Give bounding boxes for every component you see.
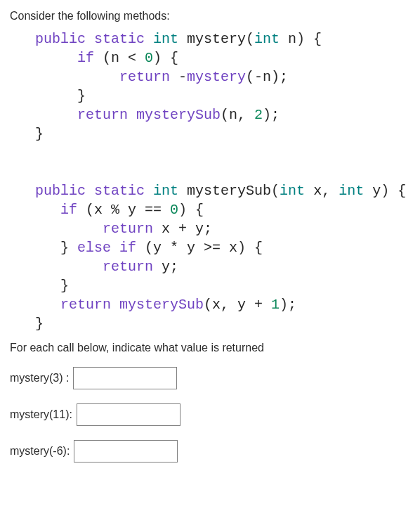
code-plain: ( [271,183,280,199]
code-plain: ) { [178,202,204,218]
answer-label: mystery(11): [10,408,72,421]
answer-label: mystery(-6): [10,445,70,458]
answer-label: mystery(3) : [10,372,69,384]
code-plain: ); [280,297,296,313]
code-plain: (y * y >= x) { [136,240,263,256]
code-call: mystery [187,69,246,85]
code-keyword: public static [35,31,153,47]
code-keyword: return [60,297,111,313]
prompt-text: For each call below, indicate what value… [10,342,410,354]
code-brace: } [60,278,69,294]
code-brace: } [77,88,86,104]
code-type: int [280,183,305,199]
code-brace: } [35,316,44,332]
code-type: int [153,183,178,199]
answer-row-1: mystery(3) : [10,367,410,389]
code-keyword: return [77,107,128,123]
code-number: 1 [271,297,280,313]
code-plain: - [170,69,187,85]
code-plain: (n, [221,107,254,123]
code-plain: ) { [153,50,178,66]
code-plain: (n < [94,50,145,66]
code-number: 2 [254,107,263,123]
code-type: int [339,183,364,199]
code-plain: ( [246,31,254,47]
code-plain: n) { [280,31,322,47]
code-brace: } [60,240,69,256]
code-keyword: public static [35,183,153,199]
code-fn-name: mysterySub [178,183,271,199]
code-call: mysterySub [111,297,204,313]
code-keyword: if [60,202,77,218]
code-keyword: else if [69,240,136,256]
code-type: int [153,31,178,47]
code-fn-name: mystery [178,31,246,47]
code-plain: (x % y == [77,202,170,218]
code-call: mysterySub [128,107,221,123]
code-number: 0 [145,50,153,66]
answer-input-1[interactable] [73,367,177,389]
code-plain: (-n); [246,69,288,85]
code-plain: y; [153,259,178,275]
code-plain: y) { [364,183,406,199]
answer-row-3: mystery(-6): [10,440,410,463]
code-plain: (x, y + [204,297,271,313]
answer-row-2: mystery(11): [10,403,410,426]
code-number: 0 [170,202,178,218]
code-block: public static int mystery(int n) { if (n… [10,30,410,333]
answer-input-3[interactable] [74,440,178,463]
code-plain: ); [263,107,280,123]
answer-input-2[interactable] [77,403,181,426]
code-type: int [254,31,280,47]
code-keyword: if [77,50,94,66]
code-plain: x, [305,183,339,199]
intro-text: Consider the following methods: [10,10,410,22]
code-keyword: return [119,69,170,85]
code-keyword: return [103,259,153,275]
code-keyword: return [103,221,153,237]
code-brace: } [35,126,44,142]
code-plain: x + y; [153,221,212,237]
